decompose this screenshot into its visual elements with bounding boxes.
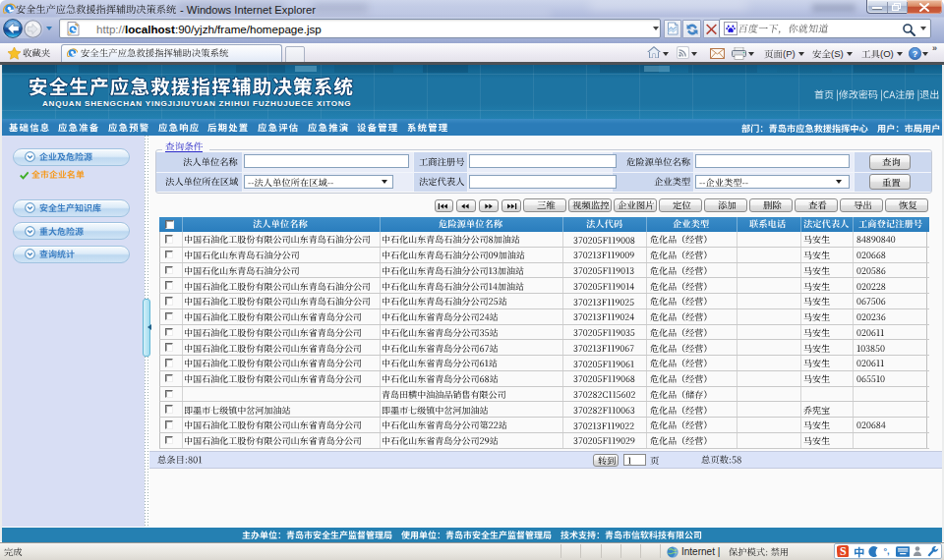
svg-text:S: S	[840, 545, 847, 558]
svg-text:?: ?	[913, 49, 918, 59]
